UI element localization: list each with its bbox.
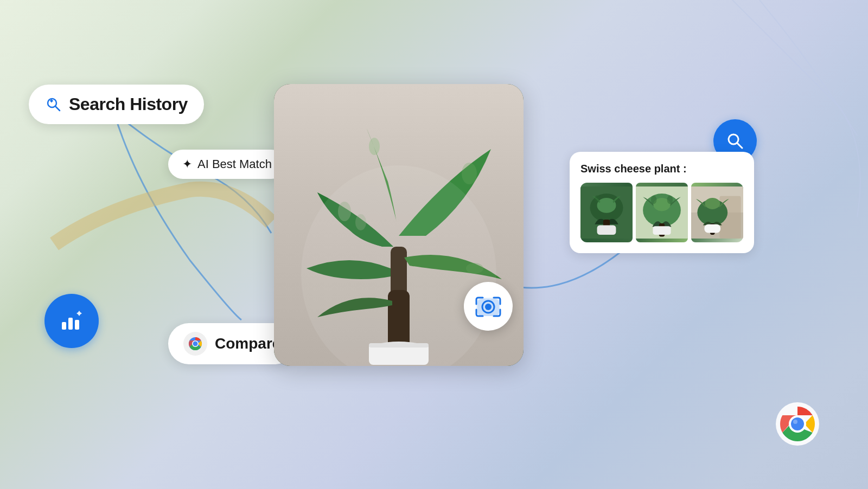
result-image-1 [580, 183, 633, 242]
google-lens-button[interactable] [464, 282, 513, 331]
svg-point-30 [597, 198, 616, 213]
search-sparkle-icon [45, 96, 62, 113]
search-circle-icon [724, 130, 746, 152]
result-card: Swiss cheese plant : [570, 152, 754, 253]
result-card-title: Swiss cheese plant : [580, 163, 743, 175]
ui-layer: Search History ✦ AI Best Match [0, 0, 868, 489]
svg-point-31 [595, 195, 599, 203]
sparkle-icon: ✦ [182, 157, 192, 171]
svg-line-25 [737, 143, 743, 149]
sparkle-chart-button[interactable] [44, 294, 99, 348]
compare-label: Compare [215, 335, 280, 352]
svg-rect-29 [597, 226, 616, 235]
google-lens-icon [474, 292, 502, 320]
result-images [580, 183, 743, 242]
svg-line-1 [55, 106, 60, 111]
plant-card [274, 84, 524, 366]
ai-best-match-label: AI Best Match [197, 157, 272, 171]
search-history-pill[interactable]: Search History [29, 85, 204, 124]
svg-point-16 [462, 163, 477, 184]
chrome-icon-small [183, 332, 207, 356]
svg-point-49 [791, 417, 804, 430]
search-history-label: Search History [69, 94, 188, 114]
svg-rect-4 [75, 320, 79, 330]
sparkle-chart-icon [58, 307, 86, 335]
svg-point-39 [667, 196, 673, 204]
svg-rect-2 [62, 322, 66, 330]
svg-point-18 [369, 138, 380, 155]
ai-best-match-pill[interactable]: ✦ AI Best Match [168, 150, 286, 179]
svg-rect-3 [68, 318, 73, 330]
svg-rect-45 [704, 224, 720, 233]
svg-point-38 [651, 196, 656, 204]
svg-point-8 [193, 342, 198, 346]
result-image-3 [691, 183, 743, 242]
svg-rect-36 [653, 226, 671, 235]
svg-point-23 [485, 304, 492, 310]
svg-point-50 [793, 420, 797, 424]
svg-point-46 [705, 198, 720, 209]
result-image-2 [636, 183, 688, 242]
svg-point-19 [301, 165, 496, 366]
chrome-logo-large [776, 402, 819, 446]
